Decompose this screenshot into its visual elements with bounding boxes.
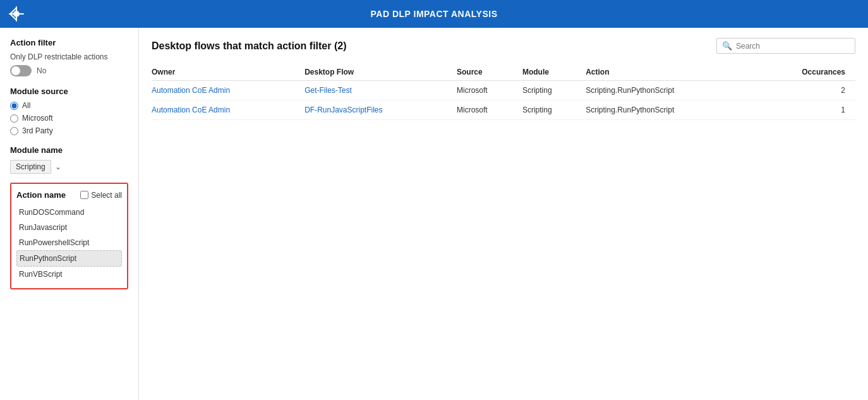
module-source-label: Module source [10, 87, 128, 96]
toggle-row: No [10, 65, 128, 76]
action-list: RunDOSCommand RunJavascript RunPowershel… [16, 205, 122, 282]
cell-action-1: Scripting.RunPythonScript [586, 81, 757, 100]
col-action: Action [586, 64, 757, 81]
module-source-group: All Microsoft 3rd Party [10, 101, 128, 135]
action-item-runvbscript[interactable]: RunVBScript [16, 267, 122, 282]
cell-module-1: Scripting [522, 81, 586, 100]
cell-desktop-flow-2[interactable]: DF-RunJavaScriptFiles [304, 100, 457, 120]
select-all-checkbox[interactable] [80, 191, 88, 199]
action-item-runpowershellscript[interactable]: RunPowershellScript [16, 235, 122, 250]
results-table: Owner Desktop Flow Source Module Action … [152, 64, 855, 120]
col-owner: Owner [152, 64, 304, 81]
toggle-value: No [37, 66, 46, 75]
sidebar: Action filter Only DLP restrictable acti… [0, 28, 139, 400]
toggle-knob [11, 66, 20, 75]
app-header: PAD DLP IMPACT ANALYSIS [0, 0, 868, 28]
search-icon: 🔍 [722, 41, 732, 51]
action-name-header: Action name Select all [16, 190, 122, 200]
radio-all[interactable]: All [10, 101, 128, 110]
select-all-label: Select all [91, 191, 122, 200]
cell-occurrences-1: 2 [757, 81, 855, 100]
content-header: Desktop flows that match action filter (… [152, 38, 855, 54]
cell-source-1: Microsoft [457, 81, 522, 100]
search-input[interactable] [736, 42, 850, 51]
table-body: Automation CoE Admin Get-Files-Test Micr… [152, 81, 855, 120]
action-name-label: Action name [16, 190, 66, 200]
module-name-value[interactable]: Scripting [10, 160, 51, 174]
radio-all-label: All [22, 101, 30, 110]
table-header: Owner Desktop Flow Source Module Action … [152, 64, 855, 81]
app-logo [8, 5, 25, 23]
cell-occurrences-2: 1 [757, 100, 855, 120]
page-title: PAD DLP IMPACT ANALYSIS [370, 9, 497, 19]
col-module: Module [522, 64, 586, 81]
cell-desktop-flow-1[interactable]: Get-Files-Test [304, 81, 457, 100]
cell-source-2: Microsoft [457, 100, 522, 120]
cell-owner-1[interactable]: Automation CoE Admin [152, 81, 304, 100]
col-desktop-flow: Desktop Flow [304, 64, 457, 81]
action-filter-label: Action filter [10, 38, 128, 47]
action-item-runjavascript[interactable]: RunJavascript [16, 220, 122, 235]
cell-owner-2[interactable]: Automation CoE Admin [152, 100, 304, 120]
radio-microsoft-label: Microsoft [22, 114, 53, 123]
dlp-toggle[interactable] [10, 65, 32, 76]
table-row: Automation CoE Admin Get-Files-Test Micr… [152, 81, 855, 100]
module-name-dropdown-row: Scripting ⌄ [10, 160, 128, 174]
main-container: Action filter Only DLP restrictable acti… [0, 28, 868, 400]
radio-3rdparty-label: 3rd Party [22, 126, 53, 135]
action-item-rundoscommand[interactable]: RunDOSCommand [16, 205, 122, 220]
table-row: Automation CoE Admin DF-RunJavaScriptFil… [152, 100, 855, 120]
col-source: Source [457, 64, 522, 81]
action-name-box: Action name Select all RunDOSCommand Run… [10, 183, 128, 289]
search-box[interactable]: 🔍 [716, 38, 855, 54]
cell-action-2: Scripting.RunPythonScript [586, 100, 757, 120]
table-header-row: Owner Desktop Flow Source Module Action … [152, 64, 855, 81]
select-all-row: Select all [80, 191, 122, 200]
action-item-runpythonscript[interactable]: RunPythonScript [16, 250, 122, 267]
col-occurrences: Occurances [757, 64, 855, 81]
cell-module-2: Scripting [522, 100, 586, 120]
radio-microsoft[interactable]: Microsoft [10, 114, 128, 123]
chevron-down-icon[interactable]: ⌄ [55, 162, 61, 171]
only-dlp-label: Only DLP restrictable actions [10, 52, 128, 61]
content-area: Desktop flows that match action filter (… [139, 28, 868, 400]
radio-3rdparty[interactable]: 3rd Party [10, 126, 128, 135]
module-name-label: Module name [10, 145, 128, 155]
content-title: Desktop flows that match action filter (… [152, 40, 346, 52]
